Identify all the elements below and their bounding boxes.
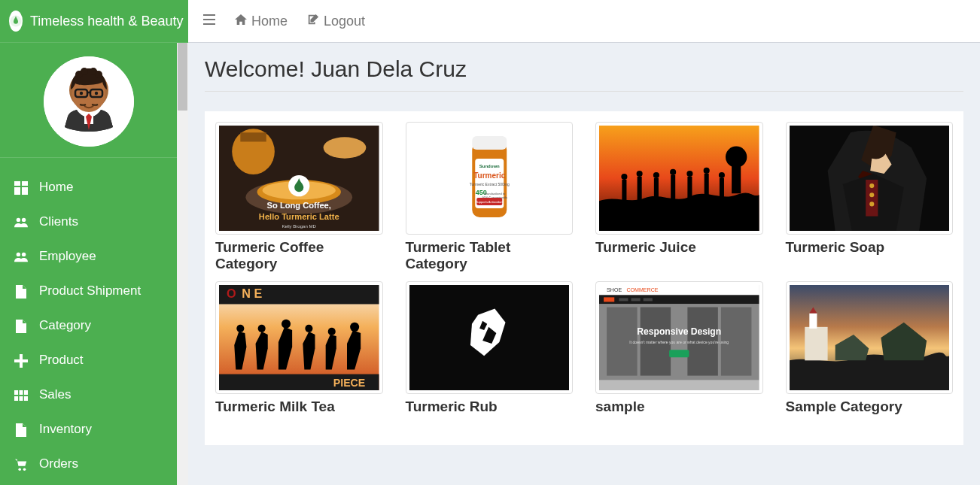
svg-point-69: [704, 168, 710, 174]
svg-text:O: O: [227, 286, 236, 300]
plus-icon: [14, 353, 29, 368]
category-title: Turmeric Milk Tea: [215, 399, 383, 415]
svg-rect-68: [705, 174, 709, 201]
category-title: Turmeric Tablet Category: [406, 239, 574, 272]
category-card[interactable]: Turmeric Rub: [406, 281, 574, 415]
svg-point-12: [79, 92, 82, 95]
svg-point-8: [95, 71, 102, 78]
sidebar-item-employee[interactable]: Employee: [0, 239, 177, 274]
svg-point-41: [324, 137, 367, 158]
svg-text:It doesn't matter where you ar: It doesn't matter where you are or what …: [629, 340, 729, 344]
svg-point-65: [670, 169, 676, 175]
sidebar-item-product-shipment[interactable]: Product Shipment: [0, 274, 177, 308]
svg-rect-58: [622, 180, 626, 201]
sidebar-item-orders[interactable]: Orders: [0, 447, 177, 481]
th-icon: [14, 387, 29, 402]
svg-point-77: [869, 192, 874, 197]
sidebar-scrollbar[interactable]: [177, 43, 188, 485]
main: Home Logout Welcome! Juan Dela Cruz: [188, 0, 980, 485]
sidebar-item-inventory[interactable]: Inventory: [0, 412, 177, 447]
svg-point-6: [81, 68, 88, 75]
svg-rect-40: [240, 132, 266, 141]
svg-rect-97: [604, 297, 614, 302]
svg-text:Hello Turmeric Latte: Hello Turmeric Latte: [259, 212, 339, 221]
svg-rect-32: [203, 14, 215, 16]
sidebar-item-label: Category: [39, 318, 91, 333]
sidebar-item-clients[interactable]: Clients: [0, 205, 177, 239]
topbar: Home Logout: [188, 0, 980, 43]
svg-text:Supports Antioxidant: Supports Antioxidant: [475, 200, 504, 204]
sidebar-item-label: Employee: [39, 249, 96, 264]
svg-rect-48: [472, 136, 507, 150]
home-icon: [235, 14, 247, 29]
category-thumb: [786, 122, 954, 235]
dashboard-icon: [14, 180, 29, 195]
category-card[interactable]: Turmeric Soap: [786, 122, 954, 272]
sidebar-toggle-button[interactable]: [203, 14, 215, 29]
svg-rect-109: [599, 380, 759, 390]
svg-rect-14: [14, 181, 20, 186]
topbar-logout-label: Logout: [324, 14, 365, 29]
sidebar-item-label: Product: [39, 353, 84, 368]
svg-point-20: [17, 252, 20, 256]
svg-point-86: [305, 325, 312, 332]
category-card[interactable]: Sample Category: [786, 281, 954, 415]
svg-text:Responsive Design: Responsive Design: [637, 326, 721, 337]
avatar-container: [0, 43, 177, 158]
brand[interactable]: Timeless health & Beauty: [0, 0, 188, 43]
svg-point-13: [94, 92, 97, 95]
topbar-home-link[interactable]: Home: [235, 14, 288, 29]
svg-text:Sundown: Sundown: [479, 164, 499, 168]
svg-text:COMMERCE: COMMERCE: [626, 287, 658, 293]
sidebar-item-home[interactable]: Home: [0, 170, 177, 205]
svg-text:N E: N E: [242, 286, 262, 300]
sidebar-item-product[interactable]: Product: [0, 343, 177, 377]
page-title: Welcome! Juan Dela Cruz: [205, 56, 963, 92]
svg-point-59: [621, 174, 627, 180]
svg-rect-16: [14, 187, 20, 195]
category-thumb: [786, 281, 954, 394]
sidebar-item-label: Clients: [39, 214, 78, 229]
category-title: Turmeric Coffee Category: [215, 239, 383, 272]
svg-text:So Long Coffee,: So Long Coffee,: [267, 201, 331, 210]
category-title: Turmeric Rub: [406, 399, 574, 415]
file-icon: [14, 318, 29, 333]
file-icon: [14, 422, 29, 437]
users-icon: [14, 214, 29, 229]
svg-rect-15: [22, 181, 28, 186]
svg-point-78: [869, 202, 874, 206]
svg-rect-17: [22, 187, 28, 195]
topbar-logout-link[interactable]: Logout: [307, 14, 365, 29]
sidebar-item-label: Home: [39, 180, 73, 195]
scrollbar-thumb[interactable]: [178, 43, 187, 111]
category-card[interactable]: Sundown Turmeric Turmeric Extract 500mg …: [406, 122, 574, 272]
sidebar-item-category[interactable]: Category: [0, 308, 177, 343]
svg-rect-24: [14, 390, 18, 395]
svg-rect-23: [14, 359, 28, 362]
sidebar-item-label: Orders: [39, 456, 78, 471]
edit-icon: [307, 14, 319, 29]
category-thumb: O N E PIECE: [215, 281, 383, 394]
svg-rect-34: [203, 23, 215, 25]
category-card[interactable]: O N E PIECE: [215, 281, 383, 415]
category-card[interactable]: Turmeric Juice: [595, 122, 763, 272]
svg-point-88: [350, 323, 359, 332]
svg-point-71: [719, 172, 725, 178]
avatar[interactable]: [44, 56, 134, 147]
sidebar-item-sales[interactable]: Sales: [0, 377, 177, 412]
cart-icon: [14, 456, 29, 471]
category-card[interactable]: SHOECOMMERCE Responsive Design It doesn'…: [595, 281, 763, 415]
category-card[interactable]: So Long Coffee, Hello Turmeric Latte Kel…: [215, 122, 383, 272]
topbar-home-label: Home: [251, 14, 288, 29]
category-title: Sample Category: [786, 399, 954, 415]
svg-point-31: [23, 468, 26, 471]
category-thumb: SHOECOMMERCE Responsive Design It doesn'…: [595, 281, 763, 394]
svg-point-85: [282, 320, 291, 329]
svg-rect-26: [24, 390, 28, 395]
category-grid: So Long Coffee, Hello Turmeric Latte Kel…: [205, 111, 963, 445]
category-title: Turmeric Soap: [786, 239, 954, 256]
svg-text:Turmeric Extract 500mg: Turmeric Extract 500mg: [469, 182, 509, 186]
svg-rect-73: [732, 163, 741, 193]
svg-rect-112: [809, 314, 817, 329]
svg-text:SHOE: SHOE: [607, 287, 622, 293]
